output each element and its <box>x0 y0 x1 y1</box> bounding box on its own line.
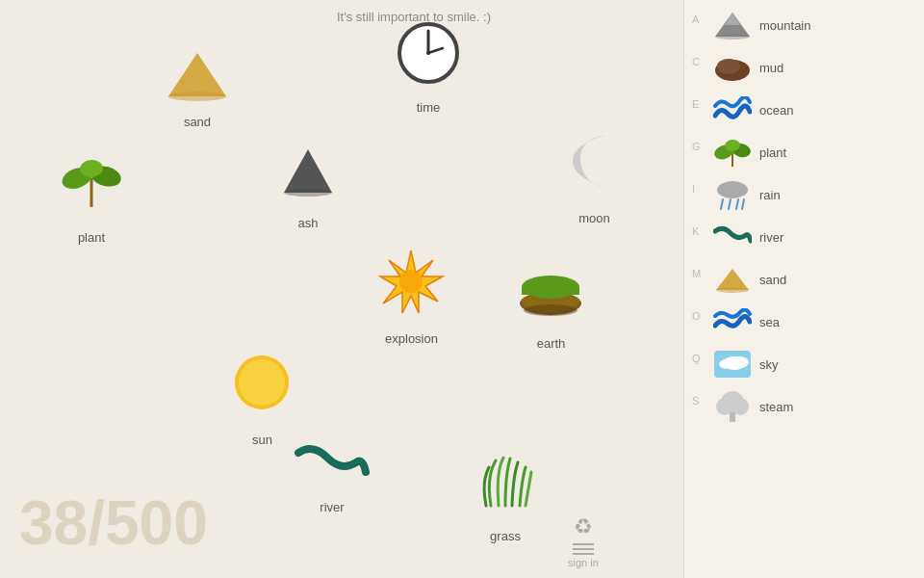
sidebar: A mountain C mud E ocean <box>683 0 924 578</box>
sea-sidebar-icon <box>711 304 754 339</box>
sidebar-label-ocean: ocean <box>759 103 793 118</box>
sidebar-letter-a: A <box>692 13 699 25</box>
svg-point-18 <box>524 304 578 316</box>
svg-rect-17 <box>522 287 579 295</box>
sun-label: sun <box>252 433 272 447</box>
sidebar-letter-s: S <box>692 395 699 407</box>
moon-icon <box>563 125 626 207</box>
svg-line-34 <box>742 199 744 209</box>
element-grass[interactable]: grass <box>472 453 539 543</box>
plant-label: plant <box>78 230 105 245</box>
plant-sidebar-icon <box>711 135 754 170</box>
element-time[interactable]: time <box>395 19 462 115</box>
ocean-sidebar-icon <box>711 92 754 127</box>
sidebar-item-sea[interactable]: O sea <box>684 301 924 343</box>
sand-sidebar-icon <box>711 262 754 297</box>
sidebar-label-rain: rain <box>759 188 781 202</box>
element-explosion[interactable]: explosion <box>375 246 448 346</box>
time-icon <box>395 19 462 96</box>
svg-point-20 <box>239 359 285 406</box>
svg-point-13 <box>399 270 423 293</box>
signin-label[interactable]: sign in <box>568 557 599 568</box>
moon-label: moon <box>578 211 610 225</box>
ash-icon <box>274 144 342 212</box>
river-icon <box>294 438 371 496</box>
sidebar-item-steam[interactable]: S steam <box>684 385 924 428</box>
svg-point-36 <box>716 287 749 293</box>
svg-point-40 <box>719 359 734 369</box>
sun-icon <box>226 347 298 429</box>
ash-label: ash <box>298 216 319 230</box>
river-label: river <box>320 500 344 514</box>
sidebar-item-mud[interactable]: C mud <box>684 46 924 89</box>
main-canvas[interactable]: It's still important to smile. :) sand t… <box>0 0 683 578</box>
sidebar-letter-o: O <box>692 310 701 322</box>
sidebar-label-sea: sea <box>759 315 780 329</box>
element-moon[interactable]: moon <box>563 125 626 225</box>
svg-point-39 <box>732 356 749 368</box>
svg-point-5 <box>426 51 430 55</box>
explosion-icon <box>375 246 448 328</box>
sidebar-letter-k: K <box>692 225 699 237</box>
sidebar-letter-g: G <box>692 141 701 152</box>
sidebar-letter-e: E <box>692 98 699 110</box>
svg-line-32 <box>729 199 731 209</box>
svg-marker-22 <box>725 13 740 25</box>
svg-marker-0 <box>168 53 226 96</box>
grass-label: grass <box>490 529 521 543</box>
svg-line-31 <box>721 199 723 209</box>
element-sand[interactable]: sand <box>164 48 231 129</box>
sidebar-label-mountain: mountain <box>759 18 810 33</box>
earth-label: earth <box>537 336 566 351</box>
sidebar-item-river[interactable]: K river <box>684 216 924 258</box>
svg-point-1 <box>168 92 226 101</box>
element-river[interactable]: river <box>294 438 371 514</box>
element-earth[interactable]: earth <box>515 260 587 351</box>
svg-marker-10 <box>284 149 332 193</box>
sidebar-label-river: river <box>759 230 783 245</box>
mud-sidebar-icon <box>711 50 754 85</box>
svg-marker-35 <box>716 269 749 290</box>
sidebar-item-sand[interactable]: M sand <box>684 258 924 301</box>
time-label: time <box>417 100 441 115</box>
svg-point-11 <box>284 189 332 197</box>
signin-area[interactable]: ♻ sign in <box>568 514 599 568</box>
sidebar-letter-m: M <box>692 268 701 279</box>
sand-icon <box>164 48 231 111</box>
grass-icon <box>472 453 539 525</box>
sidebar-label-sand: sand <box>759 273 786 287</box>
mountain-sidebar-icon <box>711 8 754 42</box>
river-sidebar-icon <box>711 220 754 254</box>
sidebar-item-sky[interactable]: Q sky <box>684 343 924 385</box>
sidebar-letter-q: Q <box>692 353 701 364</box>
explosion-label: explosion <box>385 331 438 346</box>
element-ash[interactable]: ash <box>274 144 342 230</box>
sky-sidebar-icon <box>711 347 754 381</box>
sidebar-item-ocean[interactable]: E ocean <box>684 89 924 131</box>
sidebar-item-mountain[interactable]: A mountain <box>684 4 924 46</box>
svg-point-30 <box>717 181 748 198</box>
svg-line-33 <box>736 199 738 209</box>
sidebar-label-plant: plant <box>759 145 786 160</box>
element-sun[interactable]: sun <box>226 347 298 447</box>
svg-point-23 <box>715 34 750 39</box>
element-plant[interactable]: plant <box>58 149 125 245</box>
rain-sidebar-icon <box>711 177 754 212</box>
score: 38/500 <box>19 487 208 559</box>
sidebar-item-plant[interactable]: G plant <box>684 131 924 173</box>
recycle-icon: ♻ <box>574 514 593 539</box>
sidebar-letter-c: C <box>692 56 700 67</box>
steam-sidebar-icon <box>711 389 754 424</box>
sidebar-label-mud: mud <box>759 61 783 75</box>
sidebar-label-sky: sky <box>759 357 779 372</box>
earth-icon <box>515 260 587 332</box>
sidebar-letter-i: I <box>692 183 695 195</box>
sidebar-item-rain[interactable]: I rain <box>684 173 924 216</box>
hamburger-menu <box>573 543 594 555</box>
sand-label: sand <box>184 115 211 129</box>
svg-rect-44 <box>730 412 735 422</box>
plant-icon <box>58 149 125 226</box>
sidebar-label-steam: steam <box>759 400 793 414</box>
svg-point-25 <box>717 59 740 74</box>
